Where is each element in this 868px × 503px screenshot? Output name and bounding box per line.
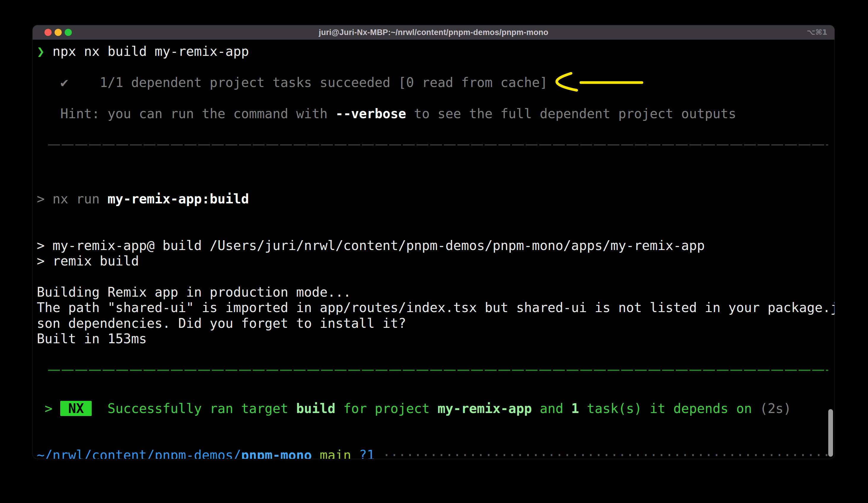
- terminal-line: Hint: you can run the command with --ver…: [37, 106, 835, 121]
- nx-success-text: for project: [335, 401, 437, 416]
- separator-green: [48, 370, 828, 371]
- terminal-window: juri@Juri-Nx-MBP:~/nrwl/content/pnpm-dem…: [33, 25, 835, 459]
- terminal-output[interactable]: ❯ npx nx build my-remix-app ✔ 1/1 depend…: [33, 40, 835, 459]
- nx-run-target: my-remix-app:build: [107, 191, 249, 207]
- build-log-line: The path "shared-ui" is imported in app/…: [37, 300, 835, 315]
- build-log-line: son dependencies. Did you forget to inst…: [37, 316, 406, 331]
- terminal-line: [37, 144, 835, 160]
- space: [351, 447, 359, 459]
- terminal-line: ❯ npx nx build my-remix-app: [37, 44, 835, 59]
- terminal-line: The path "shared-ui" is imported in app/…: [37, 300, 835, 315]
- npm-script-line: > remix build: [37, 253, 139, 269]
- git-status: ?1: [359, 447, 375, 459]
- terminal-line: [37, 121, 835, 137]
- space: [312, 447, 320, 459]
- project-name: my-remix-app: [437, 401, 532, 416]
- hint-text: to see the full dependent project output…: [406, 106, 736, 121]
- terminal-line: [37, 385, 835, 401]
- terminal-line: [37, 160, 835, 175]
- nx-run-prefix: > nx run: [37, 191, 107, 207]
- terminal-line: [37, 90, 835, 106]
- npm-script-line: > my-remix-app@ build /Users/juri/nrwl/c…: [37, 238, 705, 253]
- build-log-line: Built in 153ms: [37, 331, 147, 346]
- git-branch: main: [320, 447, 351, 459]
- cwd-dirname: pnpm-mono: [241, 447, 312, 459]
- terminal-line: son dependencies. Did you forget to inst…: [37, 316, 835, 331]
- terminal-line: [37, 346, 835, 362]
- task-count: 1: [571, 401, 579, 416]
- terminal-line: [37, 207, 835, 222]
- titlebar[interactable]: juri@Juri-Nx-MBP:~/nrwl/content/pnpm-dem…: [33, 25, 835, 40]
- nx-badge: NX: [60, 401, 92, 416]
- nx-success-text: task(s) it depends on: [579, 401, 760, 416]
- window-title: juri@Juri-Nx-MBP:~/nrwl/content/pnpm-dem…: [33, 25, 835, 40]
- desktop-background: juri@Juri-Nx-MBP:~/nrwl/content/pnpm-dem…: [0, 0, 868, 503]
- terminal-line: [37, 59, 835, 74]
- terminal-line: Building Remix app in production mode...: [37, 284, 835, 300]
- terminal-line: > nx run my-remix-app:build: [37, 191, 835, 207]
- space: [375, 447, 383, 459]
- tasks-succeeded-text: ✔ 1/1 dependent project tasks succeeded …: [37, 75, 548, 90]
- prompt-arrow: ❯: [37, 44, 45, 59]
- terminal-line: > my-remix-app@ build /Users/juri/nrwl/c…: [37, 238, 835, 253]
- nx-success-text: Successfully ran target: [92, 401, 296, 416]
- duration-text: (2s): [760, 401, 791, 416]
- hint-text: Hint: you can run the command with: [37, 106, 335, 121]
- terminal-line: Built in 153ms: [37, 331, 835, 346]
- terminal-line: [37, 416, 835, 432]
- cwd-path: ~/nrwl/content/pnpm-demos/: [37, 447, 241, 459]
- tab-shortcut-hint: ⌥⌘1: [807, 25, 827, 40]
- command-text: npx nx build my-remix-app: [45, 44, 249, 59]
- terminal-line: [37, 269, 835, 284]
- nx-success-prefix: >: [37, 401, 60, 416]
- scrollbar-thumb[interactable]: [828, 409, 833, 457]
- terminal-line: [37, 432, 835, 447]
- build-log-line: Building Remix app in production mode...: [37, 284, 351, 300]
- verbose-flag: --verbose: [335, 106, 406, 121]
- nx-success-text: and: [532, 401, 571, 416]
- terminal-line: [37, 175, 835, 191]
- terminal-line: > remix build: [37, 253, 835, 269]
- separator-grey: [48, 144, 828, 145]
- terminal-line: [37, 370, 835, 385]
- terminal-line: [37, 222, 835, 238]
- terminal-line: > NX Successfully ran target build for p…: [37, 401, 835, 416]
- target-name: build: [296, 401, 335, 416]
- prompt-filler-dots: ········································…: [383, 447, 830, 459]
- terminal-line: ~/nrwl/content/pnpm-demos/pnpm-mono main…: [37, 447, 835, 459]
- terminal-line: ✔ 1/1 dependent project tasks succeeded …: [37, 75, 835, 90]
